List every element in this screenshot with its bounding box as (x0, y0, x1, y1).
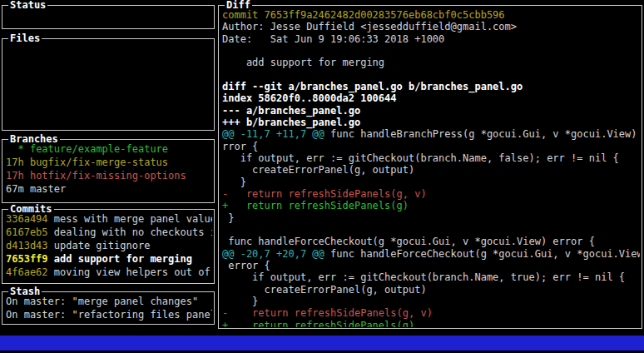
diff-line: index 58620f0..8000da2 100644 (222, 92, 640, 104)
branch-recency: 17h (6, 157, 30, 168)
diff-line: createErrorPanel(g, output) (222, 284, 640, 296)
branch-name: master (30, 183, 66, 195)
diff-line: commit 7653ff9a2462482d00283576eb68cbf0c… (222, 9, 640, 21)
diff-line: @@ -20,7 +20,7 @@ func handleForceChecko… (222, 248, 640, 260)
diff-line: Date: Sat Jun 9 19:06:33 2018 +1000 (222, 33, 640, 45)
files-list (6, 42, 212, 129)
branch-row[interactable]: * feature/example-feature (6, 142, 212, 156)
commit-message: mess with merge panel value (54, 213, 212, 225)
commit-message: moving view helpers out of (54, 266, 211, 278)
diff-line: + return refreshSidePanels(g) (222, 200, 640, 211)
branch-recency: * (6, 143, 30, 155)
diff-line: - return refreshSidePanels(g, v) (222, 188, 640, 200)
diff-line: Author: Jesse Duffield <jessedduffield@g… (222, 21, 640, 32)
lazygit-terminal: Status ↑?↓? feature/example-feature File… (0, 0, 644, 353)
diff-line: if output, err := gitCheckout(branch.Nam… (222, 152, 640, 164)
hunk-header-context: func handleBranchPress(g *gocui.Gui, v *… (324, 128, 640, 140)
diff-line (222, 45, 640, 57)
stash-item[interactable]: On master: "refactoring files panel (6, 308, 212, 321)
branch-recency: 17h (6, 170, 30, 181)
commit-row[interactable]: 7653ff9 add support for merging (6, 252, 212, 266)
commit-message: dealing with no checkouts i (54, 226, 212, 238)
branch-row[interactable]: 17h bugfix/fix-merge-status (6, 156, 212, 169)
diff-panel[interactable]: Diff commit 7653ff9a2462482d00283576eb68… (218, 5, 642, 329)
diff-content: commit 7653ff9a2462482d00283576eb68cbf0c… (222, 9, 640, 327)
diff-line: --- a/branches_panel.go (222, 105, 640, 117)
diff-line: error { (222, 260, 640, 271)
commits-panel[interactable]: Commits 336a494 mess with merge panel va… (2, 209, 215, 284)
diff-line: func handleForceCheckout(g *gocui.Gui, v… (222, 236, 640, 247)
diff-line: diff --git a/branches_panel.go b/branche… (222, 81, 640, 92)
branch-recency: 67m (6, 183, 30, 195)
diff-line (222, 69, 640, 81)
commit-row[interactable]: 336a494 mess with merge panel value (6, 212, 212, 226)
commit-sha: 4f6ae62 (6, 266, 54, 278)
branch-name: bugfix/fix-merge-status (30, 157, 168, 168)
commit-row[interactable]: 4f6ae62 moving view helpers out of (6, 266, 212, 279)
diff-line: @@ -11,7 +11,7 @@ func handleBranchPress… (222, 128, 640, 140)
commit-message: update gitignore (54, 240, 151, 251)
diff-line: if output, err := gitCheckout(branch.Nam… (222, 271, 640, 283)
status-panel[interactable]: Status ↑?↓? feature/example-feature (2, 5, 215, 29)
diff-line: } (222, 176, 640, 188)
diff-line: } (222, 212, 640, 224)
hunk-header-range: @@ -11,7 +11,7 @@ (222, 128, 324, 140)
diff-line (222, 224, 640, 236)
diff-line: } (222, 296, 640, 307)
files-panel[interactable]: Files (2, 38, 215, 131)
branch-name: feature/example-feature (30, 143, 168, 155)
diff-line: rror { (222, 141, 640, 152)
commits-list: 336a494 mess with merge panel value6167e… (6, 212, 212, 282)
commit-message: add support for merging (54, 253, 192, 265)
diff-line: createErrorPanel(g, output) (222, 164, 640, 176)
keybindings-bar: g: reset to this commit, r: rename, s: s… (0, 336, 644, 351)
commit-row[interactable]: d413d43 update gitignore (6, 239, 212, 252)
commit-sha: d413d43 (6, 240, 54, 251)
diff-line: add support for merging (222, 57, 640, 68)
stash-panel[interactable]: Stash On master: "merge panel changes"On… (2, 291, 215, 325)
hunk-header-context: func handleForceCheckout(g *gocui.Gui, v… (324, 248, 640, 260)
commit-row[interactable]: 6167eb5 dealing with no checkouts i (6, 226, 212, 239)
branches-panel[interactable]: Branches * feature/example-feature17h bu… (2, 139, 215, 203)
diff-line: +++ b/branches_panel.go (222, 117, 640, 128)
branch-row[interactable]: 67m master (6, 182, 212, 196)
branch-name: hotfix/fix-missing-options (30, 170, 186, 181)
hunk-header-range: @@ -20,7 +20,7 @@ (222, 248, 324, 260)
commit-sha: 6167eb5 (6, 226, 54, 238)
commit-sha: 7653ff9 (6, 253, 54, 265)
diff-line: + return refreshSidePanels(g) (222, 320, 640, 327)
stash-list: On master: "merge panel changes"On maste… (6, 295, 212, 323)
commit-sha: 336a494 (6, 213, 54, 225)
stash-item[interactable]: On master: "merge panel changes" (6, 295, 212, 308)
branches-list: * feature/example-feature17h bugfix/fix-… (6, 142, 212, 201)
branch-row[interactable]: 17h hotfix/fix-missing-options (6, 169, 212, 182)
diff-line: - return refreshSidePanels(g, v) (222, 307, 640, 319)
